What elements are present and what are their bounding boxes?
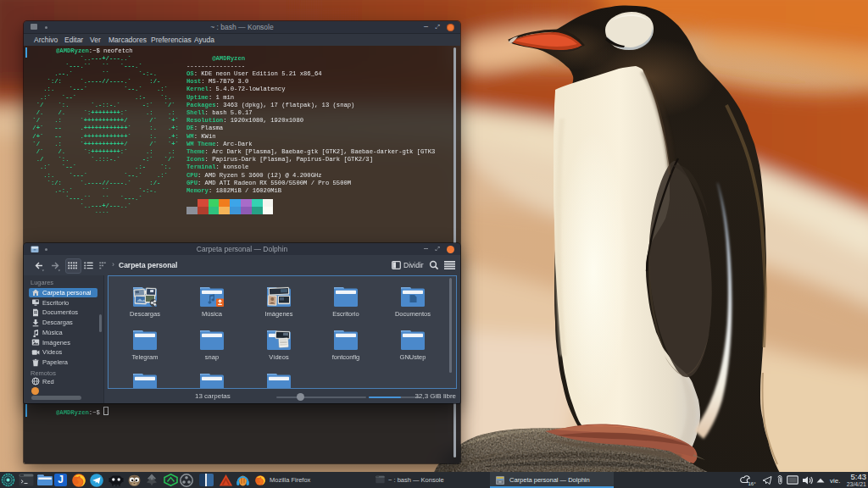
svg-text:16°: 16° bbox=[748, 481, 757, 486]
